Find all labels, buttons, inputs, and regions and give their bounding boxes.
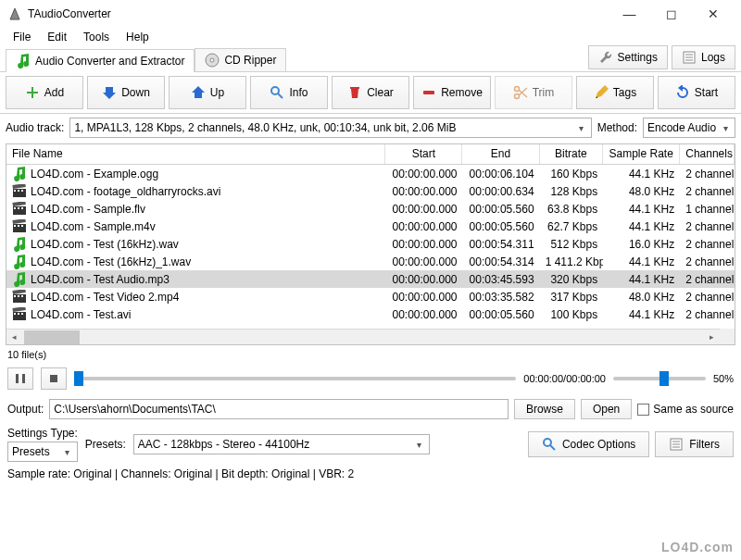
logs-icon bbox=[669, 437, 684, 452]
cell-start: 00:00:00.000 bbox=[385, 255, 462, 268]
pause-button[interactable] bbox=[7, 367, 33, 390]
start-button[interactable]: Start bbox=[658, 76, 735, 109]
info-button[interactable]: Info bbox=[250, 76, 328, 109]
file-name: LO4D.com - Example.ogg bbox=[31, 168, 158, 180]
output-row: Output: Browse Open Same as source bbox=[0, 395, 741, 423]
table-row[interactable]: LO4D.com - Sample.m4v00:00:00.00000:00:0… bbox=[6, 218, 735, 235]
tags-button[interactable]: Tags bbox=[576, 76, 654, 109]
menu-help[interactable]: Help bbox=[119, 29, 157, 45]
slider-thumb[interactable] bbox=[659, 371, 669, 386]
menu-tools[interactable]: Tools bbox=[76, 29, 117, 45]
open-button[interactable]: Open bbox=[581, 399, 632, 419]
col-filename[interactable]: File Name bbox=[6, 144, 385, 164]
cell-bitrate: 128 Kbps bbox=[540, 185, 604, 198]
tab-cd-ripper[interactable]: CD Ripper bbox=[195, 48, 286, 71]
chevron-down-icon: ▾ bbox=[574, 120, 589, 135]
minimize-button[interactable]: ― bbox=[609, 1, 650, 27]
method-label: Method: bbox=[597, 121, 637, 134]
chevron-down-icon: ▾ bbox=[412, 437, 427, 452]
cell-end: 00:00:05.560 bbox=[463, 220, 540, 233]
maximize-button[interactable]: ◻ bbox=[650, 1, 692, 27]
menu-edit[interactable]: Edit bbox=[40, 29, 74, 45]
cell-samplerate: 44.1 KHz bbox=[603, 203, 680, 216]
scroll-right-icon[interactable]: ▸ bbox=[704, 330, 720, 345]
cell-end: 00:00:00.634 bbox=[463, 185, 540, 198]
logs-icon bbox=[682, 50, 697, 65]
cell-end: 00:00:05.560 bbox=[463, 308, 540, 321]
cell-channels: 2 channel bbox=[680, 291, 735, 304]
table-row[interactable]: LO4D.com - Test (16kHz)_1.wav00:00:00.00… bbox=[6, 253, 735, 270]
cell-bitrate: 317 Kbps bbox=[540, 291, 604, 304]
tab-label: CD Ripper bbox=[224, 54, 276, 67]
output-path-input[interactable] bbox=[49, 399, 509, 419]
table-row[interactable]: LO4D.com - Test (16kHz).wav00:00:00.0000… bbox=[6, 235, 735, 253]
scroll-left-icon[interactable]: ◂ bbox=[6, 330, 22, 345]
file-name: LO4D.com - footage_oldharryrocks.avi bbox=[31, 185, 220, 198]
file-name: LO4D.com - Sample.m4v bbox=[31, 220, 156, 233]
remove-button[interactable]: Remove bbox=[413, 76, 491, 109]
wrench-icon bbox=[598, 50, 613, 65]
trim-button[interactable]: Trim bbox=[495, 76, 572, 109]
browse-button[interactable]: Browse bbox=[514, 399, 575, 419]
same-as-source-checkbox[interactable]: Same as source bbox=[637, 403, 734, 416]
add-button[interactable]: Add bbox=[6, 76, 83, 109]
window-title: TAudioConverter bbox=[28, 7, 609, 20]
cell-bitrate: 62.7 Kbps bbox=[540, 220, 604, 233]
clear-button[interactable]: Clear bbox=[332, 76, 409, 109]
cell-start: 00:00:00.000 bbox=[385, 203, 462, 216]
up-arrow-icon bbox=[191, 85, 206, 100]
file-count: 10 file(s) bbox=[0, 347, 741, 362]
table-row[interactable]: LO4D.com - footage_oldharryrocks.avi00:0… bbox=[6, 182, 735, 200]
grid-header: File Name Start End Bitrate Sample Rate … bbox=[6, 144, 735, 165]
cell-end: 00:00:54.311 bbox=[463, 238, 540, 251]
cell-channels: 1 channel bbox=[680, 203, 735, 216]
cell-samplerate: 44.1 KHz bbox=[603, 308, 680, 321]
col-channels[interactable]: Channels bbox=[680, 144, 735, 164]
position-slider[interactable] bbox=[74, 377, 516, 380]
horizontal-scrollbar[interactable]: ◂ ▸ bbox=[6, 329, 720, 344]
scroll-thumb[interactable] bbox=[24, 330, 80, 344]
settings-button[interactable]: Settings bbox=[588, 45, 668, 69]
cell-end: 00:03:35.582 bbox=[463, 291, 540, 304]
chevron-down-icon: ▾ bbox=[718, 120, 733, 135]
method-dropdown[interactable]: Encode Audio ▾ bbox=[643, 118, 735, 138]
settings-row: Settings Type: Presets ▾ Presets: AAC - … bbox=[0, 423, 741, 464]
up-button[interactable]: Up bbox=[169, 76, 246, 109]
close-button[interactable]: ✕ bbox=[692, 1, 734, 27]
stop-button[interactable] bbox=[41, 367, 67, 390]
app-icon bbox=[7, 6, 22, 21]
table-row[interactable]: LO4D.com - Test.avi00:00:00.00000:00:05.… bbox=[6, 305, 735, 323]
titlebar: TAudioConverter ― ◻ ✕ bbox=[0, 0, 741, 28]
presets-label: Presets: bbox=[85, 438, 126, 451]
volume-display: 50% bbox=[713, 373, 734, 384]
down-button[interactable]: Down bbox=[87, 76, 165, 109]
menu-file[interactable]: File bbox=[6, 29, 38, 45]
col-samplerate[interactable]: Sample Rate bbox=[603, 144, 680, 164]
col-bitrate[interactable]: Bitrate bbox=[540, 144, 604, 164]
clapper-icon bbox=[12, 290, 27, 305]
audio-track-dropdown[interactable]: 1, MPA1L3, 128 Kbps, 2 channels, 48.0 KH… bbox=[69, 118, 591, 138]
cell-channels: 2 channel bbox=[680, 238, 735, 251]
codec-options-button[interactable]: Codec Options bbox=[528, 431, 649, 457]
presets-dropdown[interactable]: AAC - 128kbps - Stereo - 44100Hz ▾ bbox=[133, 434, 430, 454]
output-label: Output: bbox=[7, 403, 44, 416]
cell-samplerate: 44.1 KHz bbox=[603, 273, 680, 286]
col-start[interactable]: Start bbox=[385, 144, 462, 164]
col-end[interactable]: End bbox=[462, 144, 539, 164]
cell-channels: 2 channel bbox=[680, 273, 735, 286]
logs-button[interactable]: Logs bbox=[672, 45, 735, 69]
slider-thumb[interactable] bbox=[74, 371, 83, 386]
tab-audio-converter[interactable]: Audio Converter and Extractor bbox=[6, 49, 195, 72]
volume-slider[interactable] bbox=[613, 377, 706, 380]
table-row[interactable]: LO4D.com - Example.ogg00:00:00.00000:00:… bbox=[6, 165, 735, 182]
cell-bitrate: 100 Kbps bbox=[540, 308, 604, 321]
table-row[interactable]: LO4D.com - Test Video 2.mp400:00:00.0000… bbox=[6, 288, 735, 305]
file-name: LO4D.com - Sample.flv bbox=[31, 203, 145, 216]
cell-bitrate: 512 Kbps bbox=[540, 238, 604, 251]
settings-type-dropdown[interactable]: Presets ▾ bbox=[7, 442, 78, 462]
filters-button[interactable]: Filters bbox=[655, 431, 734, 457]
table-row[interactable]: LO4D.com - Test Audio.mp300:00:00.00000:… bbox=[6, 270, 735, 288]
plus-icon bbox=[25, 85, 40, 100]
table-row[interactable]: LO4D.com - Sample.flv00:00:00.00000:00:0… bbox=[6, 200, 735, 218]
scissors-icon bbox=[513, 85, 528, 100]
